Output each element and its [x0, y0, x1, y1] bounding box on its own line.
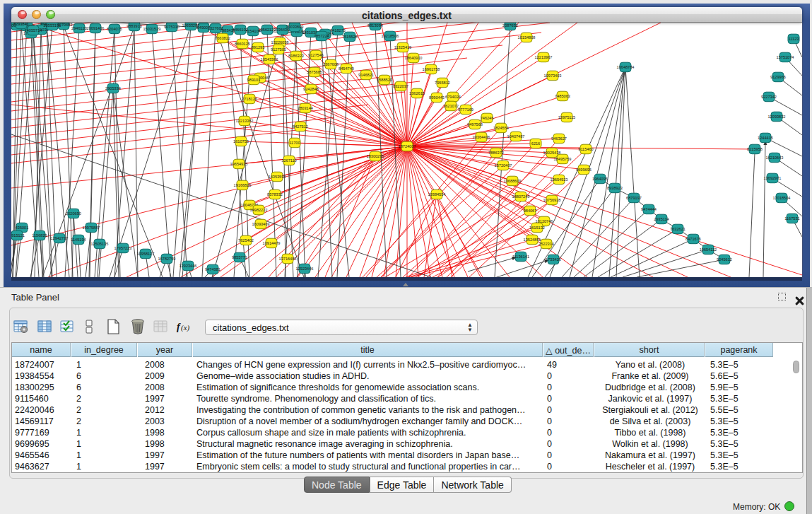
svg-text:3915121: 3915121	[11, 233, 25, 238]
svg-text:9127546: 9127546	[308, 53, 324, 57]
svg-text:11325419: 11325419	[394, 45, 411, 49]
svg-text:19384554: 19384554	[428, 192, 446, 197]
svg-text:6497568: 6497568	[467, 122, 483, 127]
svg-text:3267110: 3267110	[281, 158, 296, 163]
svg-text:8186323: 8186323	[288, 54, 304, 58]
svg-text:7663822: 7663822	[215, 36, 230, 40]
svg-text:6216: 6216	[531, 141, 540, 146]
svg-text:17957223: 17957223	[114, 246, 132, 250]
svg-text:8204075: 8204075	[107, 27, 122, 31]
svg-text:14055714: 14055714	[25, 28, 42, 33]
svg-text:8660125: 8660125	[235, 42, 250, 46]
svg-text:2718126: 2718126	[242, 97, 257, 101]
svg-text:13226058: 13226058	[271, 40, 289, 45]
svg-text:9245612: 9245612	[717, 257, 732, 262]
svg-text:10654112: 10654112	[700, 247, 717, 252]
svg-text:8427512: 8427512	[293, 124, 308, 129]
svg-text:1621072: 1621072	[443, 104, 459, 108]
svg-text:1244415: 1244415	[758, 136, 773, 140]
svg-text:8990443: 8990443	[429, 95, 445, 100]
svg-text:12923446: 12923446	[180, 264, 197, 268]
svg-text:8938923: 8938923	[607, 186, 623, 190]
svg-text:9227342: 9227342	[761, 95, 777, 99]
svg-text:(x): (x)	[181, 323, 190, 332]
svg-text:12213967: 12213967	[535, 55, 553, 59]
svg-text:18640910: 18640910	[405, 56, 423, 60]
svg-text:2522314: 2522314	[539, 242, 554, 246]
svg-text:7857224: 7857224	[314, 34, 329, 38]
svg-text:19975887: 19975887	[83, 226, 100, 230]
svg-text:7886372: 7886372	[488, 151, 504, 155]
svg-text:9075310: 9075310	[164, 25, 180, 29]
svg-text:1824554: 1824554	[493, 126, 509, 130]
svg-text:18724007: 18724007	[399, 144, 416, 148]
svg-text:984067: 984067	[524, 209, 537, 213]
svg-text:1167531: 1167531	[784, 216, 799, 221]
svg-text:6794024: 6794024	[445, 95, 461, 99]
svg-text:1145194: 1145194	[71, 238, 86, 242]
svg-text:9777169: 9777169	[458, 107, 473, 112]
svg-text:8454749: 8454749	[339, 66, 354, 71]
svg-text:11136141: 11136141	[512, 255, 529, 259]
svg-text:11700: 11700	[289, 141, 300, 145]
svg-text:10033809: 10033809	[286, 25, 304, 29]
svg-text:20691406: 20691406	[87, 26, 105, 30]
svg-text:2905334: 2905334	[105, 86, 121, 90]
svg-text:7632621: 7632621	[670, 227, 686, 231]
svg-text:1615132: 1615132	[529, 226, 545, 230]
svg-text:18495759: 18495759	[554, 157, 572, 161]
svg-text:18300295: 18300295	[367, 154, 384, 158]
svg-text:2946120: 2946120	[71, 26, 87, 30]
svg-text:18807249: 18807249	[512, 194, 530, 199]
svg-text:13975115: 13975115	[558, 115, 575, 119]
svg-text:5875685: 5875685	[307, 70, 322, 74]
svg-text:12213382: 12213382	[236, 119, 254, 123]
svg-text:12923446: 12923446	[296, 267, 314, 271]
svg-text:13692971: 13692971	[764, 176, 782, 180]
svg-text:16961758: 16961758	[423, 67, 440, 71]
svg-text:13716485: 13716485	[279, 257, 297, 261]
svg-text:10653287: 10653287	[182, 23, 200, 28]
svg-text:10756928: 10756928	[543, 198, 561, 202]
svg-text:14353594: 14353594	[269, 175, 286, 179]
svg-text:891295: 891295	[252, 45, 265, 49]
svg-text:12505135: 12505135	[91, 242, 109, 246]
svg-text:7515526: 7515526	[342, 35, 358, 39]
svg-text:19654923: 19654923	[551, 177, 568, 182]
svg-text:2087652: 2087652	[502, 23, 518, 28]
svg-text:1733426: 1733426	[546, 257, 561, 262]
svg-text:16782759: 16782759	[158, 257, 176, 261]
svg-text:14982222: 14982222	[250, 208, 268, 212]
svg-text:2020650: 2020650	[66, 211, 81, 216]
svg-text:2367608: 2367608	[323, 62, 339, 66]
svg-text:1610753: 1610753	[233, 139, 249, 144]
svg-text:19166825: 19166825	[234, 183, 252, 187]
svg-text:8578332: 8578332	[267, 192, 283, 197]
svg-text:6879197: 6879197	[626, 196, 642, 200]
svg-text:19218506: 19218506	[382, 34, 399, 38]
svg-text:2803144: 2803144	[298, 106, 313, 110]
svg-text:16210643: 16210643	[766, 156, 784, 160]
svg-text:8293841: 8293841	[13, 23, 29, 26]
svg-text:1588520: 1588520	[377, 78, 392, 82]
svg-text:6466102: 6466102	[233, 28, 248, 32]
svg-text:9146821: 9146821	[358, 73, 374, 77]
svg-text:10914479: 10914479	[263, 241, 281, 245]
svg-text:10688609: 10688609	[504, 179, 522, 183]
svg-text:1156829: 1156829	[32, 233, 47, 238]
svg-text:9115460: 9115460	[578, 147, 593, 151]
svg-text:20364436: 20364436	[473, 135, 490, 139]
svg-text:3883910: 3883910	[126, 24, 142, 28]
svg-text:9855771: 9855771	[232, 255, 247, 259]
svg-text:10973403: 10973403	[544, 74, 562, 78]
svg-text:9127505: 9127505	[271, 47, 286, 52]
svg-text:7625402: 7625402	[238, 238, 254, 243]
svg-text:19654925: 19654925	[230, 162, 248, 166]
svg-text:9129966: 9129966	[770, 75, 786, 79]
svg-text:10958127: 10958127	[137, 252, 155, 256]
svg-text:15751074: 15751074	[777, 55, 794, 59]
svg-text:10025438: 10025438	[543, 151, 561, 155]
svg-text:9474381: 9474381	[205, 267, 220, 271]
svg-text:11123: 11123	[789, 37, 799, 41]
svg-text:1327602: 1327602	[208, 26, 223, 30]
